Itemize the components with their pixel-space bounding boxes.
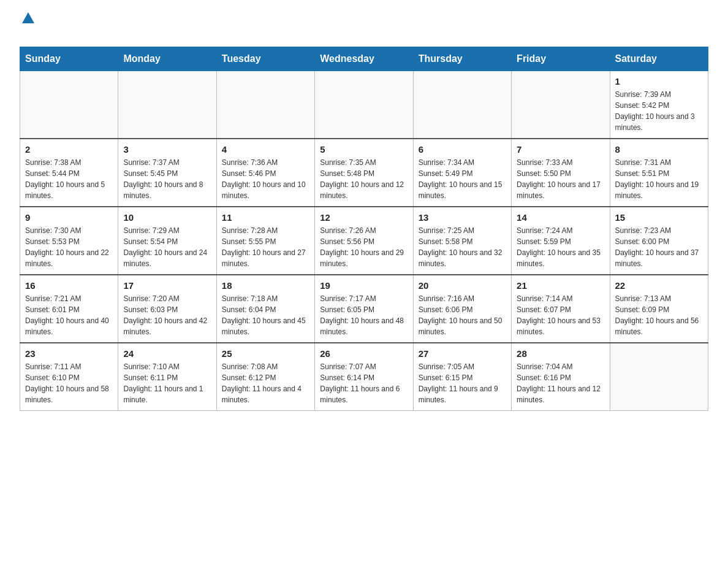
day-sun-info: Sunrise: 7:16 AMSunset: 6:06 PMDaylight:… (419, 293, 506, 337)
day-sun-info: Sunrise: 7:30 AMSunset: 5:53 PMDaylight:… (25, 225, 113, 269)
calendar-week-row: 16Sunrise: 7:21 AMSunset: 6:01 PMDayligh… (20, 275, 708, 343)
day-number: 9 (25, 212, 113, 223)
day-sun-info: Sunrise: 7:04 AMSunset: 6:16 PMDaylight:… (517, 361, 604, 405)
calendar-cell: 12Sunrise: 7:26 AMSunset: 5:56 PMDayligh… (315, 207, 413, 275)
calendar-cell: 14Sunrise: 7:24 AMSunset: 5:59 PMDayligh… (512, 207, 610, 275)
page-header: General (20, 15, 708, 37)
day-number: 11 (222, 212, 309, 223)
calendar-cell: 11Sunrise: 7:28 AMSunset: 5:55 PMDayligh… (216, 207, 314, 275)
calendar-week-row: 1Sunrise: 7:39 AMSunset: 5:42 PMDaylight… (20, 71, 708, 139)
day-sun-info: Sunrise: 7:37 AMSunset: 5:45 PMDaylight:… (123, 157, 211, 201)
calendar-cell: 7Sunrise: 7:33 AMSunset: 5:50 PMDaylight… (512, 139, 610, 207)
calendar-cell: 22Sunrise: 7:13 AMSunset: 6:09 PMDayligh… (610, 275, 708, 343)
calendar-cell: 9Sunrise: 7:30 AMSunset: 5:53 PMDaylight… (20, 207, 118, 275)
day-sun-info: Sunrise: 7:34 AMSunset: 5:49 PMDaylight:… (419, 157, 506, 201)
day-sun-info: Sunrise: 7:24 AMSunset: 5:59 PMDaylight:… (517, 225, 604, 269)
calendar-cell: 2Sunrise: 7:38 AMSunset: 5:44 PMDaylight… (20, 139, 118, 207)
calendar-cell: 1Sunrise: 7:39 AMSunset: 5:42 PMDaylight… (610, 71, 708, 139)
day-number: 27 (419, 348, 506, 359)
day-number: 21 (517, 280, 604, 291)
day-number: 24 (123, 348, 211, 359)
day-of-week-header: Tuesday (216, 47, 314, 71)
calendar-cell: 26Sunrise: 7:07 AMSunset: 6:14 PMDayligh… (315, 343, 413, 411)
day-number: 8 (615, 144, 703, 155)
calendar-cell: 8Sunrise: 7:31 AMSunset: 5:51 PMDaylight… (610, 139, 708, 207)
day-of-week-header: Monday (118, 47, 216, 71)
calendar-cell: 24Sunrise: 7:10 AMSunset: 6:11 PMDayligh… (118, 343, 216, 411)
calendar-cell: 4Sunrise: 7:36 AMSunset: 5:46 PMDaylight… (216, 139, 314, 207)
day-sun-info: Sunrise: 7:13 AMSunset: 6:09 PMDaylight:… (615, 293, 703, 337)
day-sun-info: Sunrise: 7:11 AMSunset: 6:10 PMDaylight:… (25, 361, 113, 405)
calendar-cell (118, 71, 216, 139)
day-sun-info: Sunrise: 7:21 AMSunset: 6:01 PMDaylight:… (25, 293, 113, 337)
day-number: 1 (615, 76, 703, 86)
logo: General (20, 15, 70, 37)
day-number: 12 (320, 212, 408, 223)
calendar-cell (413, 71, 511, 139)
calendar-cell: 16Sunrise: 7:21 AMSunset: 6:01 PMDayligh… (20, 275, 118, 343)
day-number: 13 (419, 212, 506, 223)
calendar-cell: 13Sunrise: 7:25 AMSunset: 5:58 PMDayligh… (413, 207, 511, 275)
day-sun-info: Sunrise: 7:26 AMSunset: 5:56 PMDaylight:… (320, 225, 408, 269)
calendar-cell (216, 71, 314, 139)
day-sun-info: Sunrise: 7:23 AMSunset: 6:00 PMDaylight:… (615, 225, 703, 269)
day-sun-info: Sunrise: 7:36 AMSunset: 5:46 PMDaylight:… (222, 157, 309, 201)
day-number: 17 (123, 280, 211, 291)
day-sun-info: Sunrise: 7:31 AMSunset: 5:51 PMDaylight:… (615, 157, 703, 201)
calendar-table: SundayMondayTuesdayWednesdayThursdayFrid… (20, 47, 708, 411)
day-sun-info: Sunrise: 7:38 AMSunset: 5:44 PMDaylight:… (25, 157, 113, 201)
day-sun-info: Sunrise: 7:10 AMSunset: 6:11 PMDaylight:… (123, 361, 211, 405)
day-of-week-header: Sunday (20, 47, 118, 71)
day-sun-info: Sunrise: 7:14 AMSunset: 6:07 PMDaylight:… (517, 293, 604, 337)
calendar-week-row: 9Sunrise: 7:30 AMSunset: 5:53 PMDaylight… (20, 207, 708, 275)
day-sun-info: Sunrise: 7:07 AMSunset: 6:14 PMDaylight:… (320, 361, 408, 405)
day-number: 7 (517, 144, 604, 155)
calendar-cell (610, 343, 708, 411)
day-number: 20 (419, 280, 506, 291)
day-number: 25 (222, 348, 309, 359)
calendar-week-row: 2Sunrise: 7:38 AMSunset: 5:44 PMDaylight… (20, 139, 708, 207)
day-sun-info: Sunrise: 7:08 AMSunset: 6:12 PMDaylight:… (222, 361, 309, 405)
day-number: 19 (320, 280, 408, 291)
day-number: 3 (123, 144, 211, 155)
calendar-cell (512, 71, 610, 139)
calendar-cell: 15Sunrise: 7:23 AMSunset: 6:00 PMDayligh… (610, 207, 708, 275)
day-sun-info: Sunrise: 7:29 AMSunset: 5:54 PMDaylight:… (123, 225, 211, 269)
day-of-week-header: Friday (512, 47, 610, 71)
calendar-header-row: SundayMondayTuesdayWednesdayThursdayFrid… (20, 47, 708, 71)
day-sun-info: Sunrise: 7:18 AMSunset: 6:04 PMDaylight:… (222, 293, 309, 337)
calendar-cell: 23Sunrise: 7:11 AMSunset: 6:10 PMDayligh… (20, 343, 118, 411)
calendar-week-row: 23Sunrise: 7:11 AMSunset: 6:10 PMDayligh… (20, 343, 708, 411)
calendar-cell (315, 71, 413, 139)
day-sun-info: Sunrise: 7:33 AMSunset: 5:50 PMDaylight:… (517, 157, 604, 201)
day-sun-info: Sunrise: 7:35 AMSunset: 5:48 PMDaylight:… (320, 157, 408, 201)
day-number: 18 (222, 280, 309, 291)
day-sun-info: Sunrise: 7:39 AMSunset: 5:42 PMDaylight:… (615, 89, 703, 133)
calendar-cell: 20Sunrise: 7:16 AMSunset: 6:06 PMDayligh… (413, 275, 511, 343)
day-number: 15 (615, 212, 703, 223)
day-number: 4 (222, 144, 309, 155)
day-sun-info: Sunrise: 7:25 AMSunset: 5:58 PMDaylight:… (419, 225, 506, 269)
day-number: 6 (419, 144, 506, 155)
calendar-cell: 3Sunrise: 7:37 AMSunset: 5:45 PMDaylight… (118, 139, 216, 207)
calendar-cell: 27Sunrise: 7:05 AMSunset: 6:15 PMDayligh… (413, 343, 511, 411)
calendar-cell: 17Sunrise: 7:20 AMSunset: 6:03 PMDayligh… (118, 275, 216, 343)
calendar-cell: 21Sunrise: 7:14 AMSunset: 6:07 PMDayligh… (512, 275, 610, 343)
calendar-cell: 10Sunrise: 7:29 AMSunset: 5:54 PMDayligh… (118, 207, 216, 275)
day-number: 10 (123, 212, 211, 223)
day-number: 14 (517, 212, 604, 223)
calendar-cell: 6Sunrise: 7:34 AMSunset: 5:49 PMDaylight… (413, 139, 511, 207)
calendar-cell: 25Sunrise: 7:08 AMSunset: 6:12 PMDayligh… (216, 343, 314, 411)
day-sun-info: Sunrise: 7:28 AMSunset: 5:55 PMDaylight:… (222, 225, 309, 269)
day-sun-info: Sunrise: 7:17 AMSunset: 6:05 PMDaylight:… (320, 293, 408, 337)
day-number: 28 (517, 348, 604, 359)
calendar-cell: 19Sunrise: 7:17 AMSunset: 6:05 PMDayligh… (315, 275, 413, 343)
calendar-cell (20, 71, 118, 139)
calendar-cell: 5Sunrise: 7:35 AMSunset: 5:48 PMDaylight… (315, 139, 413, 207)
day-of-week-header: Thursday (413, 47, 511, 71)
day-number: 2 (25, 144, 113, 155)
day-sun-info: Sunrise: 7:05 AMSunset: 6:15 PMDaylight:… (419, 361, 506, 405)
calendar-cell: 18Sunrise: 7:18 AMSunset: 6:04 PMDayligh… (216, 275, 314, 343)
day-of-week-header: Saturday (610, 47, 708, 71)
day-of-week-header: Wednesday (315, 47, 413, 71)
